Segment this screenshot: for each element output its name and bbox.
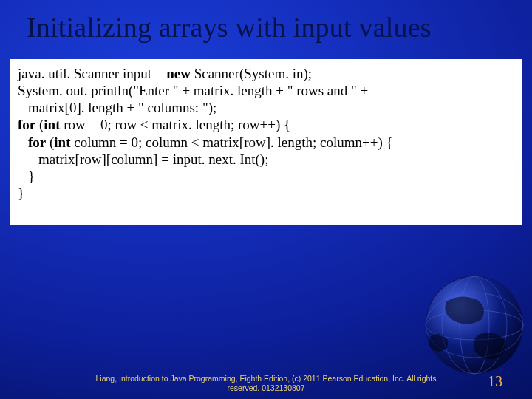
code-text: row = 0; row < matrix. length; row++) { bbox=[61, 117, 291, 132]
code-line: System. out. println("Enter " + matrix. … bbox=[18, 82, 514, 99]
code-line: } bbox=[18, 168, 514, 185]
keyword-int: int bbox=[44, 117, 60, 132]
code-block: java. util. Scanner input = new Scanner(… bbox=[10, 59, 522, 225]
code-text: ( bbox=[46, 134, 54, 150]
code-line: java. util. Scanner input = new Scanner(… bbox=[18, 65, 514, 82]
keyword-for: for bbox=[18, 117, 35, 132]
footer-citation: Liang, Introduction to Java Programming,… bbox=[0, 374, 532, 393]
globe-decoration bbox=[409, 257, 528, 375]
slide-title: Initializing arrays with input values bbox=[0, 0, 532, 46]
code-line: for (int row = 0; row < matrix. length; … bbox=[18, 116, 514, 133]
code-line: } bbox=[18, 185, 514, 202]
code-text: column = 0; column < matrix[row]. length… bbox=[71, 134, 393, 150]
code-line: matrix[row][column] = input. next. Int()… bbox=[18, 151, 514, 168]
keyword-new: new bbox=[166, 66, 191, 81]
code-text: java. util. Scanner input = bbox=[18, 66, 166, 81]
code-text: Scanner(System. in); bbox=[191, 66, 312, 81]
page-number: 13 bbox=[488, 373, 502, 390]
code-line: for (int column = 0; column < matrix[row… bbox=[18, 134, 514, 151]
svg-point-0 bbox=[426, 276, 523, 374]
code-text: ( bbox=[35, 117, 44, 132]
keyword-int: int bbox=[54, 134, 70, 150]
keyword-for: for bbox=[28, 134, 46, 150]
code-line: matrix[0]. length + " columns: "); bbox=[18, 99, 514, 116]
